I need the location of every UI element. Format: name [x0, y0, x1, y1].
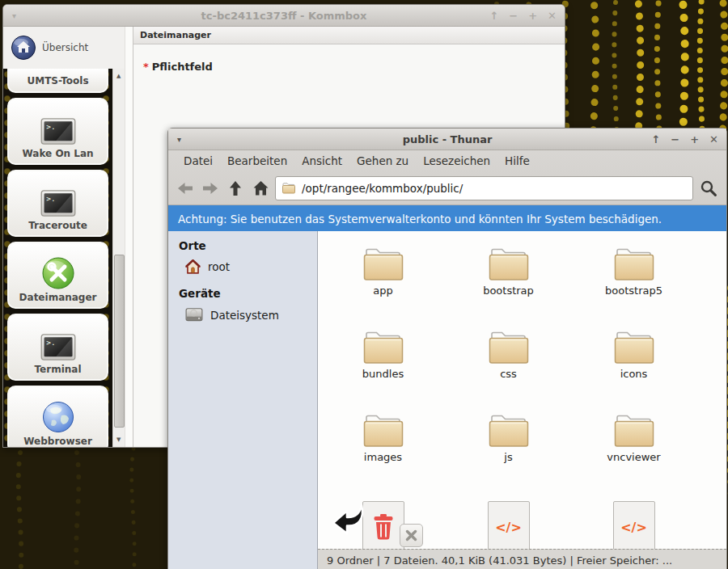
scroll-up-icon[interactable]: ▲	[113, 70, 124, 82]
file-thumbnail: </>	[488, 501, 530, 550]
kommbox-titlebar[interactable]: ▾ tc-bc2411c373ff - Kommbox ↑ − + ✕	[3, 5, 565, 27]
folder-item[interactable]: bundles	[320, 324, 446, 407]
folder-label: js	[504, 451, 512, 463]
tile-label: Wake On Lan	[23, 148, 94, 159]
folder-mini-icon	[281, 182, 296, 194]
scrollbar-thumb[interactable]	[114, 255, 125, 428]
folder-icon	[361, 411, 406, 449]
thunar-titlebar[interactable]: ▾ public - Thunar ↑ − + ✕	[168, 129, 726, 150]
thunar-sidepanel: Orte root Geräte Dateisystem	[168, 231, 318, 569]
maximize-icon[interactable]: +	[690, 133, 699, 145]
folder-item[interactable]: bootstrap	[446, 241, 571, 324]
sidebar-divider	[125, 27, 133, 447]
folder-label: bootstrap	[483, 284, 534, 297]
location-path: /opt/rangee/kommbox/public/	[302, 182, 463, 195]
file-item-code[interactable]: </>	[446, 491, 571, 550]
kommbox-sidebar: Übersicht UMTS-Tools Wake On Lan T	[3, 27, 125, 447]
file-item-code[interactable]: </>	[571, 491, 696, 550]
home-nav-icon	[252, 180, 269, 196]
folder-item[interactable]: images	[320, 407, 446, 491]
trash-icon	[373, 514, 394, 540]
folder-icon	[361, 245, 406, 282]
kommbox-tabbar: Dateimanager	[133, 27, 565, 44]
required-asterisk: *	[143, 61, 149, 73]
folder-label: icons	[620, 368, 648, 380]
back-button[interactable]	[175, 177, 196, 200]
folder-icon	[361, 328, 406, 365]
sidebar-item-wake-on-lan[interactable]: Wake On Lan	[7, 98, 108, 165]
search-icon	[700, 180, 717, 196]
sidebar-item-traceroute[interactable]: Traceroute	[7, 170, 108, 237]
terminal-icon	[40, 334, 77, 361]
file-grid: app bootstrap bootstrap5 bundles	[318, 231, 726, 550]
drag-cursor-icon	[331, 501, 370, 537]
cancel-x-icon	[405, 529, 417, 542]
search-button[interactable]	[697, 177, 720, 200]
folder-item[interactable]: icons	[571, 324, 696, 407]
tab-dateimanager[interactable]: Dateimanager	[133, 30, 218, 40]
up-button[interactable]	[225, 177, 246, 200]
menu-hilfe[interactable]: Hilfe	[497, 152, 537, 170]
minimize-icon[interactable]: −	[509, 10, 518, 22]
folder-icon	[612, 411, 657, 449]
window-menu-icon[interactable]: ▾	[177, 135, 181, 144]
sidebar-scrollbar[interactable]: ▲ ▼	[112, 69, 125, 447]
location-bar[interactable]: /opt/rangee/kommbox/public/	[275, 176, 693, 200]
folder-label: bootstrap5	[605, 284, 662, 297]
minimize-icon[interactable]: −	[671, 133, 679, 145]
shade-icon[interactable]: ↑	[489, 10, 498, 22]
menu-bearbeiten[interactable]: Bearbeiten	[220, 152, 294, 170]
thunar-menubar: Datei Bearbeiten Ansicht Gehen zu Leseze…	[168, 150, 726, 171]
sidebar-item-dateimanager[interactable]: Dateimanager	[7, 242, 108, 309]
home-icon	[185, 259, 201, 274]
sidebar-item-terminal[interactable]: Terminal	[7, 314, 108, 381]
menu-ansicht[interactable]: Ansicht	[294, 152, 349, 170]
scroll-down-icon[interactable]: ▼	[113, 434, 124, 445]
device-filesystem[interactable]: Dateisystem	[185, 307, 317, 322]
desktop: >.	[0, 0, 728, 569]
file-thumbnail: </>	[613, 501, 655, 550]
devices-heading: Geräte	[179, 287, 317, 300]
maximize-icon[interactable]: +	[528, 10, 537, 22]
folder-label: images	[364, 451, 402, 463]
overview-label: Übersicht	[42, 42, 88, 53]
code-icon: </>	[620, 520, 647, 535]
up-icon	[227, 180, 243, 196]
folder-item[interactable]: js	[446, 407, 571, 491]
folder-label: vncviewer	[607, 451, 660, 463]
required-field-note: *Pflichtfeld	[143, 61, 565, 73]
shade-icon[interactable]: ↑	[651, 133, 660, 145]
folder-label: app	[373, 284, 392, 297]
thunar-window: ▾ public - Thunar ↑ − + ✕ Datei Bearbeit…	[167, 128, 727, 569]
close-icon[interactable]: ✕	[709, 133, 718, 145]
home-button[interactable]	[250, 177, 271, 200]
folder-item[interactable]: app	[320, 241, 446, 324]
window-menu-icon[interactable]: ▾	[12, 11, 16, 20]
folder-icon	[486, 245, 531, 282]
forward-button[interactable]	[200, 177, 221, 200]
drive-icon	[185, 307, 203, 322]
folder-icon	[612, 245, 657, 282]
place-root[interactable]: root	[185, 259, 317, 274]
folder-item[interactable]: css	[446, 324, 571, 407]
folder-icon	[612, 328, 657, 365]
thunar-toolbar: /opt/rangee/kommbox/public/	[168, 171, 726, 205]
sidebar-item-uebersicht[interactable]: Übersicht	[3, 27, 125, 69]
tile-label: Webbrowser	[23, 436, 92, 447]
menu-gehen-zu[interactable]: Gehen zu	[349, 152, 416, 170]
home-circle-icon	[11, 36, 36, 60]
folder-label: bundles	[362, 368, 404, 380]
menu-datei[interactable]: Datei	[176, 152, 220, 170]
terminal-icon	[40, 118, 77, 145]
folder-item[interactable]: bootstrap5	[571, 241, 696, 324]
sidebar-item-webbrowser[interactable]: Webbrowser	[7, 386, 108, 447]
tools-icon	[42, 257, 74, 289]
menu-lesezeichen[interactable]: Lesezeichen	[416, 152, 497, 170]
sidebar-item-umts-tools[interactable]: UMTS-Tools	[7, 69, 108, 93]
close-icon[interactable]: ✕	[548, 10, 557, 22]
folder-icon	[486, 411, 531, 449]
folder-item[interactable]: vncviewer	[571, 407, 696, 491]
kommbox-tool-list: UMTS-Tools Wake On Lan Traceroute D	[3, 69, 112, 447]
status-bar: 9 Ordner | 7 Dateien. 40,1 KiB (41.031 B…	[318, 549, 726, 569]
kommbox-window-title: tc-bc2411c373ff - Kommbox	[3, 10, 565, 22]
